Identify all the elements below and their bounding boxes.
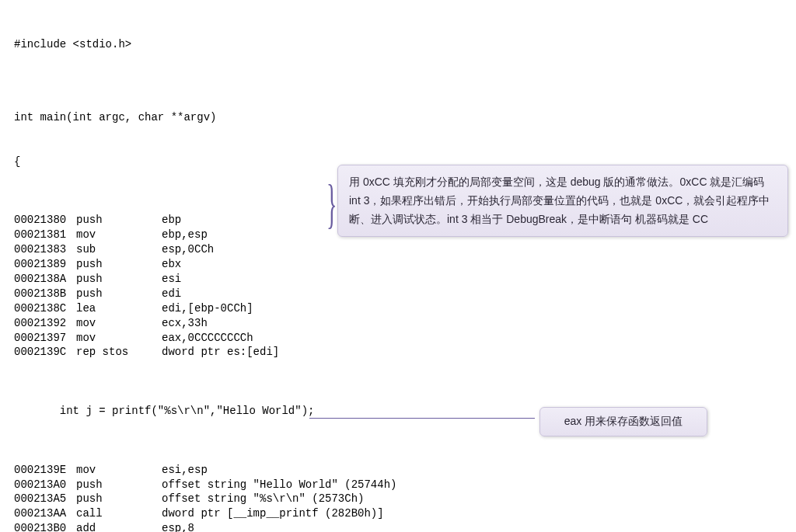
asm-mnemonic: mov (76, 316, 162, 331)
asm-address: 00021397 (14, 331, 76, 346)
asm-mnemonic: push (76, 287, 162, 301)
asm-operands: ebp,esp (162, 228, 208, 242)
asm-line: 000213B0addesp,8 (14, 521, 782, 532)
asm-address: 0002138A (14, 272, 76, 287)
asm-address: 000213B0 (14, 521, 76, 532)
asm-address: 0002139E (14, 463, 76, 478)
asm-mnemonic: mov (76, 331, 162, 346)
asm-line: 0002139Crep stosdword ptr es:[edi] (14, 345, 782, 360)
asm-mnemonic: rep stos (76, 345, 162, 360)
asm-operands: esp,0CCh (162, 242, 214, 257)
asm-line: 00021397moveax,0CCCCCCCCh (14, 331, 782, 346)
include-directive: #include <stdio.h> (14, 37, 782, 52)
asm-operands: esi (162, 272, 181, 287)
main-signature: int main(int argc, char **argv) (14, 110, 782, 125)
asm-operands: dword ptr es:[edi] (162, 345, 279, 360)
asm-address: 00021389 (14, 257, 76, 272)
asm-mnemonic: push (76, 272, 162, 287)
asm-operands: ebp (162, 213, 181, 228)
asm-mnemonic: push (76, 257, 162, 272)
disassembly-listing: #include <stdio.h> int main(int argc, ch… (14, 8, 782, 532)
asm-line: 00021392movecx,33h (14, 316, 782, 331)
asm-line: 0002138Apushesi (14, 272, 782, 287)
asm-mnemonic: mov (76, 228, 162, 242)
asm-mnemonic: add (76, 521, 162, 532)
asm-address: 000213AA (14, 506, 76, 521)
asm-mnemonic: push (76, 492, 162, 506)
connector-line (309, 418, 535, 419)
asm-operands: esi,esp (162, 463, 208, 478)
asm-operands: ebx (162, 257, 181, 272)
asm-operands: edi (162, 287, 181, 301)
asm-operands: ecx,33h (162, 316, 208, 331)
asm-line: 000213A0pushoffset string "Hello World" … (14, 478, 782, 492)
asm-mnemonic: lea (76, 301, 162, 316)
asm-mnemonic: push (76, 478, 162, 492)
asm-mnemonic: push (76, 213, 162, 228)
asm-line: 000213A5pushoffset string "%s\r\n" (2573… (14, 492, 782, 506)
asm-operands: offset string "%s\r\n" (2573Ch) (162, 492, 364, 506)
asm-line: 00021389pushebx (14, 257, 782, 272)
brace-connector-icon: } (326, 177, 337, 231)
asm-address: 000213A0 (14, 478, 76, 492)
asm-mnemonic: mov (76, 463, 162, 478)
asm-block-printf: 0002139Emovesi,esp000213A0pushoffset str… (14, 463, 782, 532)
asm-line: 0002138Cleaedi,[ebp-0CCh] (14, 301, 782, 316)
asm-operands: offset string "Hello World" (25744h) (162, 478, 396, 492)
asm-address: 00021381 (14, 228, 76, 242)
asm-line: 00021383subesp,0CCh (14, 242, 782, 257)
annotation-0xcc-explanation: 用 0xCC 填充刚才分配的局部变量空间，这是 debug 版的通常做法。0xC… (337, 165, 788, 237)
asm-operands: esp,8 (162, 521, 194, 532)
asm-address: 00021392 (14, 316, 76, 331)
asm-mnemonic: call (76, 506, 162, 521)
asm-line: 0002138Bpushedi (14, 287, 782, 301)
asm-line: 000213AAcalldword ptr [__imp__printf (28… (14, 506, 782, 521)
annotation-eax-return: eax 用来保存函数返回值 (539, 407, 707, 436)
asm-operands: dword ptr [__imp__printf (282B0h)] (162, 506, 384, 521)
asm-mnemonic: sub (76, 242, 162, 257)
asm-operands: eax,0CCCCCCCCh (162, 331, 253, 346)
asm-address: 0002138B (14, 287, 76, 301)
asm-address: 00021383 (14, 242, 76, 257)
asm-address: 000213A5 (14, 492, 76, 506)
asm-line: 0002139Emovesi,esp (14, 463, 782, 478)
asm-address: 00021380 (14, 213, 76, 228)
asm-operands: edi,[ebp-0CCh] (162, 301, 253, 316)
asm-address: 0002138C (14, 301, 76, 316)
asm-address: 0002139C (14, 345, 76, 360)
